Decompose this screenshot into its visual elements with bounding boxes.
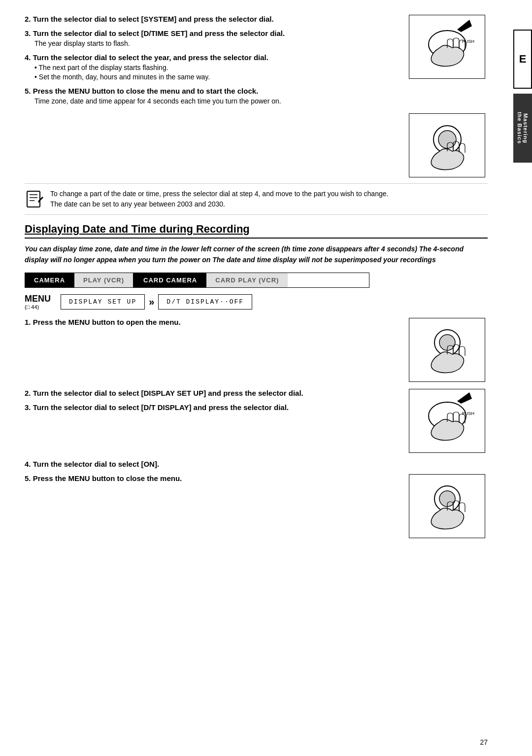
- menu-display-row: MENU (□ 44) DISPLAY SET UP » D/T DISPLAY…: [25, 294, 488, 310]
- bottom-step3-text: 3. Turn the selector dial to select [D/T…: [25, 403, 401, 412]
- page-number: 27: [480, 738, 488, 746]
- section-heading: Displaying Date and Time during Recordin…: [25, 223, 488, 239]
- step-row-5: 5. Press the MENU button to close the me…: [25, 474, 488, 538]
- menu-box-2: D/T DISPLAY··OFF: [158, 294, 252, 309]
- svg-text:PUSH: PUSH: [462, 411, 474, 416]
- menu-arrow: »: [145, 296, 158, 308]
- side-tab-mastering: Masteringthe Basics: [513, 94, 532, 163]
- step3-text: 3. Turn the selector dial to select [D/T…: [25, 29, 399, 37]
- hand-image-2: [409, 474, 485, 538]
- hand-image-1: [409, 318, 485, 382]
- mode-card-play-vcr[interactable]: CARD PLAY (VCR): [206, 273, 288, 287]
- side-tab: E Masteringthe Basics: [513, 0, 532, 756]
- mode-play-vcr[interactable]: PLAY (VCR): [74, 273, 133, 287]
- step2-text: 2. Turn the selector dial to select [SYS…: [25, 15, 399, 23]
- menu-display-setup: DISPLAY SET UP: [69, 298, 136, 306]
- menu-image-top: [409, 113, 485, 177]
- dial-image-top: PUSH: [409, 15, 485, 79]
- steps-bottom-section: 1. Press the MENU button to open the men…: [25, 318, 488, 538]
- note-content: To change a part of the date or time, pr…: [50, 189, 388, 209]
- section-italic-text: You can display time zone, date and time…: [25, 243, 488, 266]
- svg-text:PUSH: PUSH: [462, 39, 474, 44]
- side-tab-letter: E: [513, 30, 532, 89]
- menu-label: MENU: [25, 294, 51, 304]
- bullet-1: The next part of the display starts flas…: [34, 64, 399, 71]
- step3-note: The year display starts to flash.: [34, 39, 399, 47]
- mode-card-camera[interactable]: CARD CAMERA: [134, 273, 206, 287]
- bottom-step1-text: 1. Press the MENU button to open the men…: [25, 318, 401, 326]
- bottom-step4-text: 4. Turn the selector dial to select [ON]…: [25, 460, 488, 468]
- menu-sub-label: (□ 44): [25, 304, 56, 310]
- note-icon: [25, 190, 44, 209]
- menu-dt-display: D/T DISPLAY··OFF: [166, 298, 244, 306]
- step-row-2-3: 2. Turn the selector dial to select [DIS…: [25, 389, 488, 453]
- step4-text: 4. Turn the selector dial to select the …: [25, 53, 399, 62]
- step5-text: 5. Press the MENU button to close the me…: [25, 87, 399, 95]
- menu-box-1: DISPLAY SET UP: [61, 294, 145, 309]
- mode-camera[interactable]: CAMERA: [25, 273, 74, 287]
- step4-bullets: The next part of the display starts flas…: [34, 64, 399, 81]
- svg-rect-5: [27, 191, 40, 207]
- note-box: To change a part of the date or time, pr…: [25, 183, 488, 215]
- bullet-2: Set the month, day, hours and minutes in…: [34, 73, 399, 81]
- bottom-step5-text: 5. Press the MENU button to close the me…: [25, 474, 401, 482]
- step-row-1: 1. Press the MENU button to open the men…: [25, 318, 488, 382]
- step5-note: Time zone, date and time appear for 4 se…: [34, 97, 399, 105]
- mode-bar: CAMERA PLAY (VCR) CARD CAMERA CARD PLAY …: [25, 273, 369, 288]
- bottom-step2-text: 2. Turn the selector dial to select [DIS…: [25, 389, 401, 397]
- dial-image-bottom: PUSH: [409, 389, 485, 453]
